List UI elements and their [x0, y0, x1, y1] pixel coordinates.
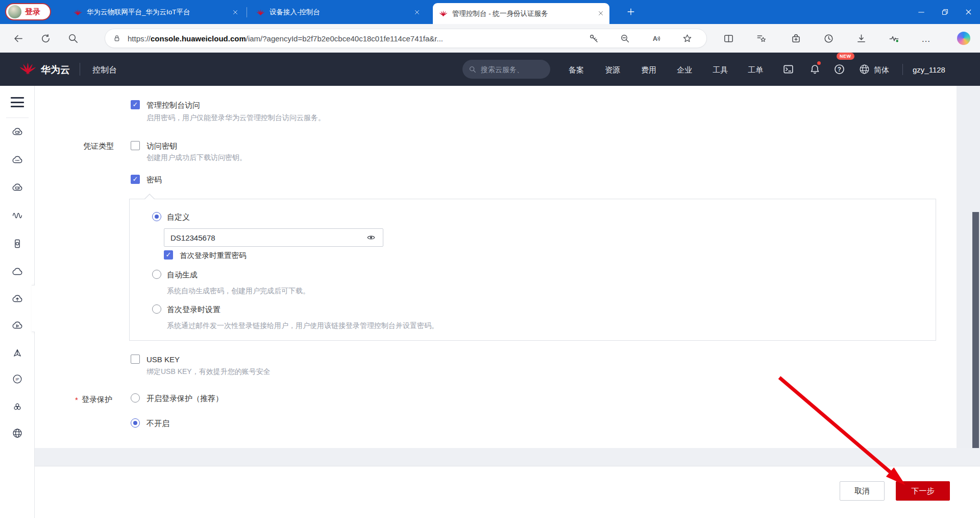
- notification-dot: [817, 61, 821, 65]
- cancel-button[interactable]: 取消: [840, 481, 885, 501]
- set-on-first-login-desc: 系统通过邮件发一次性登录链接给用户，用户使用该链接登录管理控制台并设置密码。: [167, 321, 438, 330]
- custom-password-radio[interactable]: [152, 212, 161, 221]
- credential-type-label: 凭证类型: [83, 141, 114, 151]
- disable-protection-radio[interactable]: [131, 418, 140, 428]
- brand-label[interactable]: 华为云: [41, 63, 70, 77]
- nav-beian[interactable]: 备案: [560, 65, 593, 75]
- console-label[interactable]: 控制台: [92, 65, 117, 76]
- downloads-icon[interactable]: [855, 33, 867, 44]
- language-label[interactable]: 简体: [874, 65, 889, 75]
- cloud-play-icon[interactable]: [11, 319, 23, 332]
- access-key-checkbox[interactable]: [131, 141, 140, 150]
- minimize-button[interactable]: [910, 0, 933, 24]
- password-key-icon[interactable]: [589, 33, 599, 44]
- favorite-star-icon[interactable]: [682, 33, 693, 44]
- tab-divider: [247, 7, 247, 17]
- device-cloud-icon[interactable]: [11, 238, 23, 250]
- access-key-desc: 创建用户成功后下载访问密钥。: [146, 153, 247, 162]
- huawei-cloud-logo-icon[interactable]: [19, 60, 36, 77]
- history-icon[interactable]: [823, 33, 835, 44]
- cloud-upload-icon[interactable]: [11, 293, 23, 305]
- password-input[interactable]: [164, 228, 383, 247]
- auto-generate-desc: 系统自动生成密码，创建用户完成后可下载。: [167, 286, 310, 295]
- auto-generate-radio[interactable]: [152, 270, 161, 279]
- tab-iam-console[interactable]: 管理控制台 - 统一身份认证服务: [433, 3, 609, 24]
- new-tab-button[interactable]: [626, 7, 636, 17]
- enable-protection-label: 开启登录保护（推荐）: [146, 393, 223, 404]
- password-label: 密码: [146, 175, 162, 185]
- back-icon[interactable]: [12, 33, 24, 44]
- password-checkbox[interactable]: [131, 175, 140, 184]
- cloud-storage-icon[interactable]: [11, 181, 23, 194]
- nav-tickets[interactable]: 工单: [739, 65, 772, 75]
- usb-key-desc: 绑定USB KEY，有效提升您的账号安全: [146, 367, 271, 376]
- reset-on-first-login-label: 首次登录时重置密码: [180, 250, 247, 261]
- split-screen-icon[interactable]: [723, 33, 734, 44]
- console-access-checkbox[interactable]: [131, 100, 140, 109]
- url-scheme: https://: [128, 34, 151, 43]
- hexagon-cluster-icon[interactable]: [11, 401, 23, 413]
- login-protection-label: 登录保护: [82, 394, 112, 405]
- search-icon[interactable]: [67, 33, 79, 44]
- zoom-out-icon[interactable]: [620, 33, 630, 44]
- lock-icon: [112, 34, 121, 43]
- console-search[interactable]: [462, 60, 550, 79]
- custom-password-label: 自定义: [167, 212, 190, 222]
- cloud-ellipsis-icon[interactable]: [11, 154, 23, 166]
- scrollbar-thumb[interactable]: [972, 212, 979, 465]
- pyramid-icon[interactable]: [11, 347, 23, 360]
- disable-protection-label: 不开启: [146, 418, 169, 429]
- nav-enterprise[interactable]: 企业: [668, 65, 701, 75]
- close-tab-icon[interactable]: [413, 9, 421, 16]
- usb-key-checkbox[interactable]: [131, 355, 140, 364]
- close-window-button[interactable]: [957, 0, 980, 24]
- close-tab-icon[interactable]: [232, 9, 239, 16]
- console-search-input[interactable]: [481, 65, 542, 74]
- cloud-server-icon[interactable]: [11, 126, 23, 138]
- copilot-icon[interactable]: [957, 32, 970, 45]
- ip-icon[interactable]: [11, 373, 23, 385]
- browser-profile-button[interactable]: 登录: [5, 3, 51, 20]
- wave-icon[interactable]: [11, 209, 23, 222]
- refresh-icon[interactable]: [40, 33, 52, 44]
- help-icon[interactable]: [833, 63, 846, 76]
- address-bar[interactable]: https://console.huaweicloud.com/iam/?age…: [105, 29, 707, 48]
- footer-bar: [35, 466, 980, 518]
- shopping-icon[interactable]: [790, 33, 802, 44]
- set-on-first-login-label: 首次登录时设置: [167, 304, 220, 315]
- nav-resources[interactable]: 资源: [596, 65, 629, 75]
- enable-protection-radio[interactable]: [131, 393, 140, 403]
- tab-device-access[interactable]: 设备接入-控制台: [250, 4, 426, 20]
- new-badge: NEW: [837, 53, 854, 60]
- huawei-logo-icon: [74, 8, 82, 17]
- next-step-button[interactable]: 下一步: [896, 481, 950, 501]
- panel-notch-inner: [145, 195, 154, 199]
- usb-key-label: USB KEY: [146, 355, 180, 365]
- nav-tools[interactable]: 工具: [704, 65, 737, 75]
- username-label[interactable]: gzy_1128: [913, 65, 945, 74]
- reset-on-first-login-checkbox[interactable]: [164, 250, 173, 260]
- tab-title: 华为云物联网平台_华为云IoT平台: [87, 8, 190, 17]
- required-asterisk: *: [75, 395, 78, 404]
- console-access-label: 管理控制台访问: [146, 100, 200, 110]
- cli-terminal-icon[interactable]: [782, 63, 795, 76]
- show-password-eye-icon[interactable]: [365, 233, 377, 242]
- profile-label: 登录: [25, 7, 40, 17]
- close-tab-icon[interactable]: [597, 10, 604, 17]
- menu-hamburger-icon[interactable]: [11, 97, 24, 108]
- tab-iot-platform[interactable]: 华为云物联网平台_华为云IoT平台: [67, 4, 244, 20]
- console-access-desc: 启用密码，用户仅能登录华为云管理控制台访问云服务。: [146, 113, 325, 122]
- language-globe-icon[interactable]: [858, 63, 871, 76]
- nav-billing[interactable]: 费用: [632, 65, 665, 75]
- collections-icon[interactable]: [755, 33, 767, 44]
- header-divider: [902, 64, 903, 75]
- globe-icon[interactable]: [11, 427, 23, 439]
- browser-essentials-icon[interactable]: [888, 33, 900, 44]
- restore-button[interactable]: [933, 0, 957, 24]
- cloud-icon[interactable]: [11, 266, 23, 278]
- url-text: https://console.huaweicloud.com/iam/?age…: [128, 34, 443, 43]
- more-menu-icon[interactable]: …: [921, 34, 931, 44]
- url-domain: console.huaweicloud.com: [151, 34, 246, 43]
- set-on-first-login-radio[interactable]: [152, 304, 161, 314]
- read-aloud-icon[interactable]: [651, 33, 662, 44]
